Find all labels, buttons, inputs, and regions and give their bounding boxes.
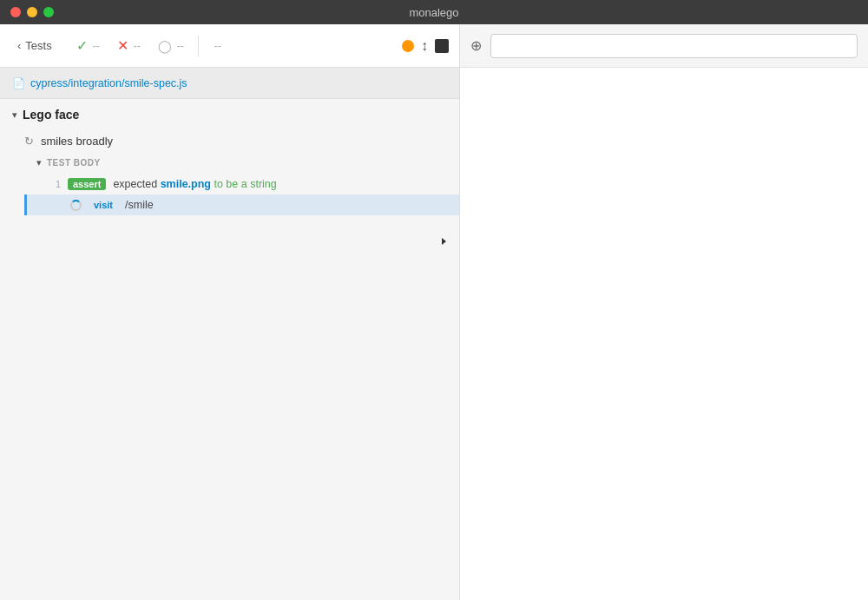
- test-body-header[interactable]: ▾ TEST BODY: [24, 152, 459, 174]
- visit-badge: visit: [89, 199, 118, 211]
- assert-badge: assert: [68, 178, 106, 190]
- back-label: Tests: [25, 39, 51, 52]
- visit-text: /smile: [125, 199, 154, 211]
- skip-filter-button[interactable]: --: [206, 36, 228, 56]
- test-content: ▾ Lego face ↻ smiles broadly ▾ TEST BODY: [0, 99, 459, 600]
- url-bar[interactable]: [490, 34, 858, 58]
- filepath-bar: 📄 cypress/integration/smile-spec.js: [0, 68, 459, 99]
- right-panel: ⊕: [460, 24, 868, 600]
- back-button[interactable]: ‹ Tests: [10, 35, 59, 56]
- app-body: ‹ Tests ✓ -- ✕ -- ◯ -- -- ↕: [0, 24, 868, 600]
- circle-icon: ◯: [158, 39, 172, 53]
- minimize-button[interactable]: [27, 7, 37, 17]
- fail-count: --: [134, 40, 141, 52]
- suite-title: Lego face: [23, 108, 79, 122]
- skip-label: --: [214, 40, 221, 52]
- check-icon: ✓: [76, 37, 88, 54]
- assert-text: expected smile.png to be a string: [113, 178, 276, 190]
- command-list: 1 assert expected smile.png to be a stri…: [24, 174, 459, 215]
- reload-icon: ↻: [24, 135, 34, 148]
- suite-header[interactable]: ▾ Lego face: [0, 99, 459, 130]
- line-number: 1: [49, 179, 61, 189]
- filepath-text[interactable]: cypress/integration/smile-spec.js: [30, 77, 187, 89]
- test-name: smiles broadly: [41, 135, 113, 148]
- right-toolbar: ⊕: [460, 24, 868, 68]
- maximize-button[interactable]: [43, 7, 54, 17]
- browser-viewport: [460, 68, 868, 600]
- loading-spinner: [70, 200, 82, 211]
- window-title: monalego: [409, 6, 458, 19]
- pending-filter-button[interactable]: ◯ --: [151, 35, 191, 57]
- file-icon: 📄: [12, 77, 25, 89]
- traffic-lights: [10, 7, 54, 17]
- status-dot: [402, 40, 414, 52]
- pending-count: --: [177, 40, 184, 52]
- title-bar: monalego: [0, 0, 868, 24]
- close-button[interactable]: [10, 7, 21, 17]
- sort-icon[interactable]: ↕: [421, 38, 428, 54]
- test-body-chevron-icon: ▾: [36, 157, 42, 168]
- test-row[interactable]: ↻ smiles broadly: [0, 130, 459, 152]
- stop-button[interactable]: [435, 39, 449, 53]
- test-body-section: ▾ TEST BODY 1 assert expected smile.png …: [24, 152, 459, 215]
- assert-predicate: to be a string: [214, 178, 276, 190]
- assert-subject: smile.png: [161, 178, 211, 190]
- suite-chevron-icon: ▾: [12, 109, 17, 121]
- mouse-cursor: [442, 238, 452, 252]
- toolbar-separator: [198, 36, 199, 56]
- assert-command-row[interactable]: 1 assert expected smile.png to be a stri…: [24, 174, 459, 195]
- toolbar: ‹ Tests ✓ -- ✕ -- ◯ -- -- ↕: [0, 24, 459, 68]
- toolbar-right: ↕: [402, 38, 449, 54]
- cross-icon: ✕: [117, 37, 128, 54]
- pass-filter-button[interactable]: ✓ --: [69, 33, 107, 58]
- globe-icon[interactable]: ⊕: [470, 37, 482, 54]
- fail-filter-button[interactable]: ✕ --: [110, 33, 148, 58]
- test-body-label: TEST BODY: [47, 158, 101, 168]
- left-panel: ‹ Tests ✓ -- ✕ -- ◯ -- -- ↕: [0, 24, 460, 600]
- back-arrow-icon: ‹: [17, 39, 21, 52]
- pass-count: --: [93, 40, 100, 52]
- visit-command-row[interactable]: visit /smile: [24, 195, 459, 215]
